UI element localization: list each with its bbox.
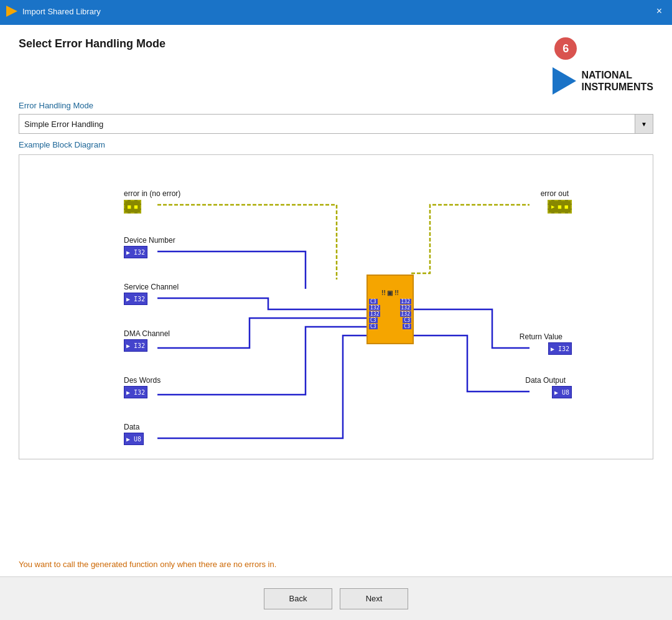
ni-logo-arrow (553, 67, 576, 95)
error-handling-label: Error Handling Mode (19, 101, 653, 110)
return-value-terminal: ▶ I32 (548, 342, 572, 355)
diagram-label: Example Block Diagram (19, 140, 653, 149)
data-output-terminal: ▶ U8 (552, 386, 572, 398)
service-channel-block: ▶ I32 (124, 293, 147, 305)
error-handling-dropdown-wrapper: Simple Error Handling No Error Handling … (19, 114, 653, 134)
dma-channel-terminal: ▶ I32 (124, 339, 147, 352)
des-words-terminal: ▶ I32 (124, 386, 147, 398)
return-value-block: ▶ I32 (548, 342, 572, 355)
device-number-block: ▶ I32 (124, 246, 147, 258)
des-words-block: ▶ I32 (124, 386, 147, 398)
error-out-terminal: ▶ ■ ■ (548, 200, 572, 214)
return-value-label: Return Value (520, 332, 562, 341)
app-icon (6, 6, 17, 17)
next-button[interactable]: Next (340, 588, 408, 609)
dialog-content: Select Error Handling Mode 6 NATIONAL IN… (0, 25, 672, 576)
diagram-section: Example Block Diagram (0, 140, 672, 552)
header-area: Select Error Handling Mode 6 NATIONAL IN… (0, 25, 672, 101)
step-badge: 6 (554, 37, 577, 60)
info-text: You want to call the generated function … (0, 552, 672, 576)
error-handling-dropdown[interactable]: Simple Error Handling No Error Handling … (19, 114, 653, 134)
dma-channel-label: DMA Channel (124, 329, 170, 338)
des-words-label: Des Words (124, 376, 161, 385)
error-out-block: ▶ ■ ■ (548, 200, 572, 214)
service-channel-label: Service Channel (124, 283, 179, 291)
main-function-block: !! ▣ !! C3 I32 I32 I32 I32 I32 (366, 275, 414, 344)
data-output-block: ▶ U8 (552, 386, 572, 398)
back-button[interactable]: Back (264, 588, 332, 609)
title-bar-text: Import Shared Library (22, 7, 653, 16)
error-out-label: error out (541, 189, 569, 198)
data-block: ▶ U8 (124, 433, 144, 445)
ni-logo-text: NATIONAL INSTRUMENTS (581, 69, 653, 93)
error-in-terminal: ■ ■ (124, 200, 141, 214)
data-output-label: Data Output (525, 376, 566, 385)
title-bar: Import Shared Library × (0, 0, 672, 22)
device-number-label: Device Number (124, 236, 175, 245)
form-area: Error Handling Mode Simple Error Handlin… (0, 101, 672, 140)
bottom-area: Back Next (0, 576, 672, 620)
error-in-block: ■ ■ (124, 200, 141, 214)
page-title: Select Error Handling Mode (19, 37, 166, 50)
data-label: Data (124, 423, 139, 431)
close-button[interactable]: × (653, 3, 666, 19)
service-channel-terminal: ▶ I32 (124, 293, 147, 305)
error-in-label: error in (no error) (124, 189, 180, 198)
data-terminal: ▶ U8 (124, 433, 144, 445)
dma-channel-block: ▶ I32 (124, 339, 147, 352)
device-number-terminal: ▶ I32 (124, 246, 147, 258)
diagram-box: error in (no error) ■ ■ Device Number ▶ … (19, 154, 653, 459)
ni-logo: NATIONAL INSTRUMENTS (553, 67, 653, 95)
